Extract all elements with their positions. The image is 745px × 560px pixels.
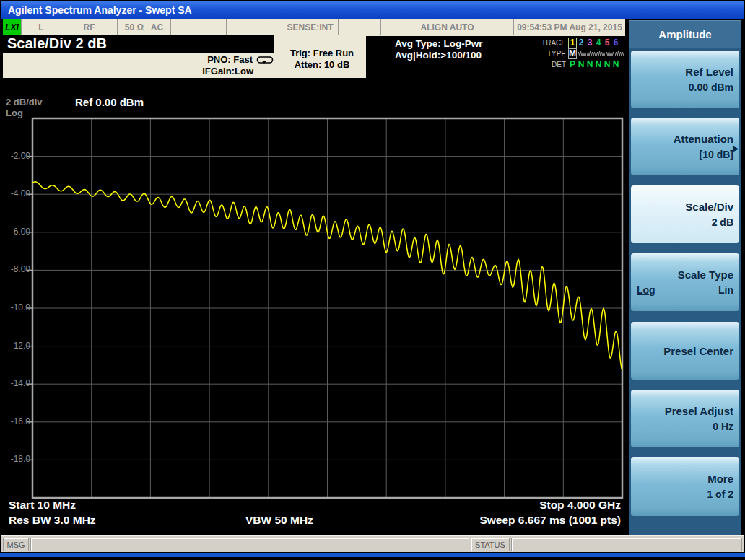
bottom-status-bar: MSG STATUS <box>1 535 744 552</box>
trace-number: 1 <box>568 38 577 48</box>
y-axis-tick-label: -16.0 <box>7 416 30 426</box>
softkey-ref-level[interactable]: Ref Level 0.00 dBm <box>631 51 739 108</box>
det-row-label: DET <box>535 61 568 69</box>
type-row-label: TYPE <box>535 50 568 58</box>
trace-type-waveform-icon <box>596 50 605 58</box>
trace-number: 2 <box>577 38 585 48</box>
status-strip: LXI L RF 50 Ω AC SENSE:INT ALIGN AUTO 09… <box>3 19 625 35</box>
trace-numbers: 123456 <box>568 38 620 48</box>
trace-legend: TRACE 123456 TYPE M DET PNNNNN <box>535 36 625 78</box>
trace-type-waveform-icon <box>615 50 624 58</box>
y-axis-tick-label: -2.00 <box>7 151 30 161</box>
sweep-loop-icon <box>256 56 274 65</box>
status-cell-empty-3 <box>339 19 381 35</box>
trace-type-maxhold: M <box>568 48 577 59</box>
scale-type-label: Log <box>6 108 23 118</box>
status-indicator: STATUS <box>471 538 510 551</box>
softkey-scale-type[interactable]: Scale Type Log Lin <box>631 253 739 311</box>
trace-type-waveform-icon <box>578 50 586 58</box>
submenu-arrow-icon: ▶ <box>733 144 739 152</box>
y-axis-tick-label: -6.00 <box>7 227 30 237</box>
scale-type-log-option[interactable]: Log <box>637 284 655 296</box>
status-cell-align: ALIGN AUTO <box>381 19 514 35</box>
trace-type-waveform-icon <box>606 50 614 58</box>
status-cell-l: L <box>22 19 61 35</box>
trace-detector: N <box>611 60 620 69</box>
ifgain-label: IFGain:Low <box>202 66 275 77</box>
trace-detector: N <box>585 60 594 69</box>
ref-level-readout: Ref 0.00 dBm <box>75 96 144 108</box>
softkey-label: Attenuation <box>674 133 733 145</box>
trace-number: 6 <box>611 38 620 48</box>
msg-indicator: MSG <box>3 538 29 551</box>
softkey-menu: Amplitude Ref Level 0.00 dBm Attenuation… <box>629 20 741 535</box>
softkey-presel-center[interactable]: Presel Center <box>631 322 739 380</box>
softkey-more[interactable]: More 1 of 2 <box>631 457 739 516</box>
trigger-block: Trig: Free Run Atten: 10 dB <box>275 45 369 76</box>
scale-type-lin-option[interactable]: Lin <box>718 284 733 296</box>
sweep-time-label: Sweep 6.667 ms (1001 pts) <box>479 514 621 527</box>
softkey-label: Presel Center <box>663 345 733 357</box>
softkey-value: 0 Hz <box>713 421 733 432</box>
y-axis-tick-label: -8.00 <box>7 264 30 274</box>
status-cell-rf: RF <box>61 19 118 35</box>
softkey-attenuation[interactable]: Attenuation [10 dB] ▶ <box>631 118 739 175</box>
stop-frequency-label: Stop 4.000 GHz <box>539 499 621 512</box>
message-area <box>30 538 469 551</box>
trace-detector: N <box>603 60 611 69</box>
trace-detector: N <box>577 60 585 69</box>
softkey-label: Scale Type <box>678 268 733 281</box>
window-title-bar: Agilent Spectrum Analyzer - Swept SA <box>1 1 744 19</box>
y-axis-tick-label: -10.0 <box>7 302 30 312</box>
res-bw-label: Res BW 3.0 MHz <box>9 514 96 527</box>
softkey-presel-adjust[interactable]: Presel Adjust 0 Hz <box>631 390 739 447</box>
instrument-screen: Agilent Spectrum Analyzer - Swept SA LXI… <box>0 0 745 560</box>
trace-types: M <box>568 48 624 59</box>
trace-number: 3 <box>585 38 594 48</box>
y-axis-tick-label: -4.00 <box>7 188 30 198</box>
softkey-label: Ref Level <box>685 66 733 78</box>
trace-type-waveform-icon <box>587 50 596 58</box>
trace-number: 4 <box>594 38 603 48</box>
y-axis-tick-label: -18.0 <box>7 454 30 464</box>
status-cell-input: 50 Ω AC <box>118 19 171 35</box>
spectrum-display: 2 dB/div Log Ref 0.00 dBm -2.00-4.00-6.0… <box>3 78 625 535</box>
trace-row-label: TRACE <box>535 39 568 47</box>
status-cell-empty-1 <box>171 19 227 35</box>
attenuation-readout: Atten: 10 dB <box>275 59 369 71</box>
measurement-header: Scale/Div 2 dB PNO: Fast IFGain:Low Trig… <box>3 35 625 78</box>
bottom-accent-strip <box>0 553 745 557</box>
pno-block: PNO: Fast IFGain:Low <box>3 54 275 78</box>
start-frequency-label: Start 10 MHz <box>9 499 76 512</box>
trigger-label: Trig: Free Run <box>275 48 369 59</box>
active-function-readout: Scale/Div 2 dB <box>3 35 274 53</box>
graticule-and-trace <box>3 78 625 535</box>
y-axis-tick-label: -14.0 <box>7 378 30 388</box>
menu-title: Amplitude <box>629 20 741 48</box>
softkey-label: Presel Adjust <box>665 405 733 417</box>
softkey-value: 0.00 dBm <box>689 82 733 93</box>
trace-detector: N <box>594 60 603 69</box>
softkey-value: [10 dB] <box>700 149 733 160</box>
pno-label: PNO: Fast <box>207 54 253 66</box>
window-title: Agilent Spectrum Analyzer - Swept SA <box>8 4 192 16</box>
coupling-label: AC <box>151 22 163 32</box>
trace-detectors: PNNNNN <box>568 60 620 69</box>
softkey-value: 2 dB <box>712 216 733 228</box>
scale-per-div-label: 2 dB/div <box>6 97 43 108</box>
lxi-badge: LXI <box>3 19 22 35</box>
impedance-label: 50 Ω <box>125 22 144 32</box>
status-cell-datetime: 09:54:53 PM Aug 21, 2015 <box>514 19 625 35</box>
average-block: Avg Type: Log-Pwr Avg|Hold:>100/100 TRAC… <box>366 36 625 78</box>
avg-hold-label: Avg|Hold:>100/100 <box>395 50 483 61</box>
softkey-value: 1 of 2 <box>707 489 733 500</box>
status-area <box>511 538 742 551</box>
status-cell-empty-2 <box>227 19 282 35</box>
vbw-label: VBW 50 MHz <box>245 514 313 527</box>
softkey-label: More <box>707 473 733 485</box>
trace-number: 5 <box>603 38 611 48</box>
avg-type-label: Avg Type: Log-Pwr <box>395 38 483 50</box>
status-cell-sense: SENSE:INT <box>282 19 339 35</box>
y-axis-tick-label: -12.0 <box>7 341 30 351</box>
softkey-scale-div[interactable]: Scale/Div 2 dB <box>631 185 739 243</box>
